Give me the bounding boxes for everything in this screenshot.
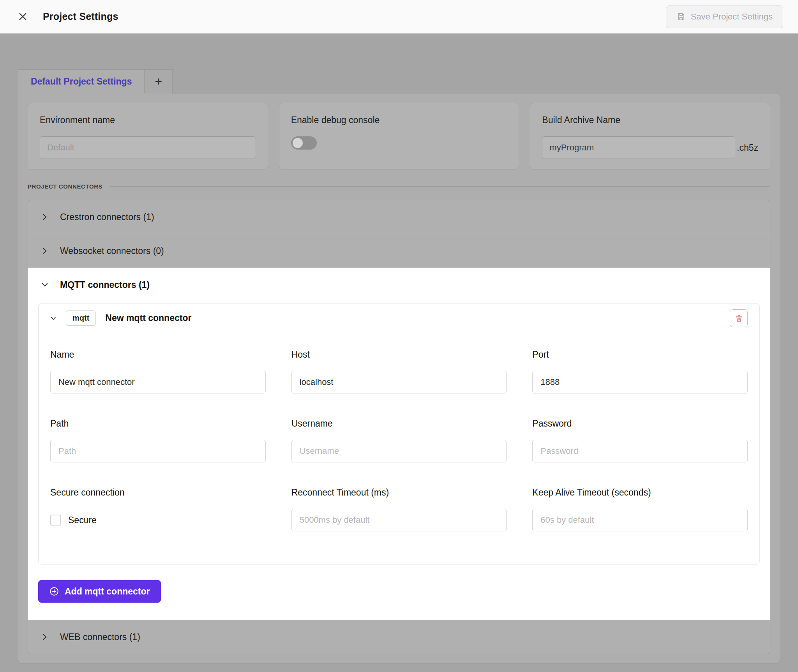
add-mqtt-connector-button[interactable]: Add mqtt connector: [38, 580, 161, 603]
save-button-label: Save Project Settings: [691, 12, 773, 22]
websocket-connectors-label: Websocket connectors (0): [60, 246, 164, 256]
delete-mqtt-connector-button[interactable]: [730, 309, 748, 327]
project-connectors-label: PROJECT CONNECTORS: [28, 183, 102, 190]
name-label: Name: [50, 349, 266, 360]
section-divider: [109, 186, 770, 187]
build-archive-label: Build Archive Name: [542, 115, 758, 125]
field-secure-connection: Secure connection Secure: [50, 487, 266, 531]
websocket-connectors-header[interactable]: Websocket connectors (0): [28, 234, 770, 268]
username-label: Username: [291, 418, 507, 429]
plus-icon: +: [155, 74, 162, 89]
environment-name-label: Environment name: [40, 115, 256, 125]
topbar: Project Settings Save Project Settings: [0, 0, 798, 34]
password-label: Password: [532, 418, 748, 429]
field-port: Port: [532, 349, 748, 393]
build-archive-name-input[interactable]: [542, 136, 735, 159]
toggle-knob: [293, 138, 303, 148]
secure-checkbox[interactable]: [50, 515, 61, 526]
keepalive-timeout-label: Keep Alive Timeout (seconds): [532, 487, 748, 498]
archive-extension-suffix: .ch5z: [737, 143, 758, 153]
debug-console-toggle[interactable]: [291, 136, 317, 150]
chevron-right-icon: [41, 633, 48, 640]
host-label: Host: [291, 349, 507, 360]
accordion-web-connectors: WEB connectors (1): [28, 620, 770, 654]
crestron-connectors-label: Crestron connectors (1): [60, 212, 154, 222]
keepalive-timeout-input[interactable]: [532, 509, 748, 531]
field-username: Username: [291, 418, 507, 462]
project-settings-body: Default Project Settings + Environment n…: [0, 34, 798, 664]
field-host: Host: [291, 349, 507, 393]
port-input[interactable]: [532, 371, 748, 393]
username-input[interactable]: [291, 440, 507, 462]
project-connectors-section: PROJECT CONNECTORS: [28, 183, 770, 190]
settings-panel: Environment name Enable debug console Bu…: [18, 93, 780, 664]
chevron-down-icon: [41, 281, 48, 288]
general-settings-row: Environment name Enable debug console Bu…: [28, 103, 770, 170]
mqtt-connectors-body: mqtt New mqtt connector Name: [28, 302, 770, 620]
web-connectors-label: WEB connectors (1): [60, 632, 140, 642]
circle-plus-icon: [49, 586, 59, 596]
mqtt-connector-card-header[interactable]: mqtt New mqtt connector: [39, 303, 759, 333]
name-input[interactable]: [50, 371, 266, 393]
close-icon: [18, 11, 28, 22]
build-archive-row: .ch5z: [542, 136, 758, 159]
tab-default-project-settings[interactable]: Default Project Settings: [18, 69, 145, 93]
mqtt-connector-card: mqtt New mqtt connector Name: [38, 303, 760, 564]
field-reconnect-timeout: Reconnect Timeout (ms): [291, 487, 507, 531]
environment-name-input[interactable]: [40, 136, 256, 159]
secure-checkbox-label: Secure: [68, 515, 97, 526]
close-button[interactable]: [15, 9, 30, 25]
mqtt-connectors-header[interactable]: MQTT connectors (1): [28, 268, 770, 302]
accordion-mqtt-connectors: MQTT connectors (1) mqtt New mqtt connec…: [28, 268, 770, 620]
secure-connection-label: Secure connection: [50, 487, 266, 498]
accordion-websocket-connectors: Websocket connectors (0): [28, 234, 770, 268]
trash-icon: [734, 314, 743, 323]
mqtt-type-badge: mqtt: [66, 310, 96, 326]
path-input[interactable]: [50, 440, 266, 462]
web-connectors-header[interactable]: WEB connectors (1): [28, 620, 770, 654]
tab-label: Default Project Settings: [31, 76, 132, 87]
add-tab-button[interactable]: +: [145, 69, 173, 93]
environment-name-card: Environment name: [28, 103, 268, 170]
connectors-accordion: Crestron connectors (1) Websocket connec…: [28, 200, 770, 654]
port-label: Port: [532, 349, 748, 360]
add-mqtt-connector-label: Add mqtt connector: [65, 586, 150, 597]
tab-bar: Default Project Settings +: [18, 69, 780, 93]
save-project-settings-button[interactable]: Save Project Settings: [666, 5, 783, 28]
mqtt-connector-title: New mqtt connector: [105, 313, 191, 323]
debug-console-card: Enable debug console: [279, 103, 519, 170]
crestron-connectors-header[interactable]: Crestron connectors (1): [28, 200, 770, 234]
chevron-right-icon: [41, 213, 48, 220]
field-keepalive-timeout: Keep Alive Timeout (seconds): [532, 487, 748, 531]
reconnect-timeout-input[interactable]: [291, 509, 507, 531]
secure-checkbox-row: Secure: [50, 509, 266, 531]
mqtt-connector-form: Name Host Port: [39, 333, 759, 564]
reconnect-timeout-label: Reconnect Timeout (ms): [291, 487, 507, 498]
field-password: Password: [532, 418, 748, 462]
chevron-down-icon: [50, 315, 56, 321]
chevron-right-icon: [41, 247, 48, 254]
mqtt-connectors-label: MQTT connectors (1): [60, 280, 150, 290]
debug-console-label: Enable debug console: [291, 115, 507, 125]
page-title: Project Settings: [43, 11, 118, 22]
path-label: Path: [50, 418, 266, 429]
password-input[interactable]: [532, 440, 748, 462]
host-input[interactable]: [291, 371, 507, 393]
accordion-crestron-connectors: Crestron connectors (1): [28, 200, 770, 234]
save-icon: [676, 12, 686, 21]
build-archive-card: Build Archive Name .ch5z: [530, 103, 770, 170]
field-name: Name: [50, 349, 266, 393]
field-path: Path: [50, 418, 266, 462]
